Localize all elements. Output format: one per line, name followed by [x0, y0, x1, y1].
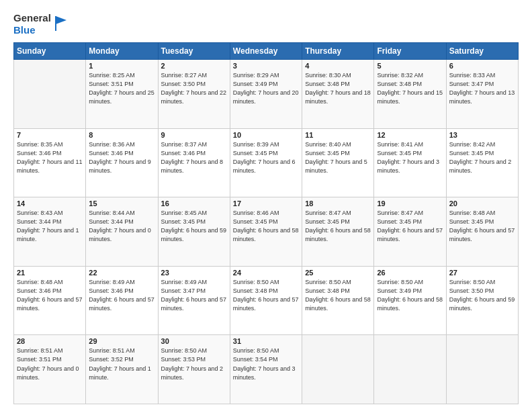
day-info: Sunrise: 8:33 AM Sunset: 3:47 PM Dayligh…: [449, 71, 515, 106]
calendar-cell: 14 Sunrise: 8:43 AM Sunset: 3:44 PM Dayl…: [14, 197, 86, 267]
day-number: 31: [233, 337, 299, 345]
day-info: Sunrise: 8:51 AM Sunset: 3:52 PM Dayligh…: [89, 347, 154, 381]
day-number: 12: [377, 131, 443, 139]
day-number: 16: [161, 199, 227, 208]
calendar-cell: [446, 335, 518, 404]
day-info: Sunrise: 8:37 AM Sunset: 3:46 PM Dayligh…: [161, 140, 227, 175]
logo: General Blue: [13, 12, 68, 36]
day-number: 5: [377, 62, 443, 70]
calendar-day-header: Saturday: [446, 43, 518, 60]
day-number: 20: [449, 199, 515, 208]
day-info: Sunrise: 8:49 AM Sunset: 3:47 PM Dayligh…: [161, 278, 227, 313]
calendar-cell: [374, 335, 446, 404]
calendar-cell: [14, 60, 86, 129]
calendar-cell: 6 Sunrise: 8:33 AM Sunset: 3:47 PM Dayli…: [446, 60, 518, 129]
day-info: Sunrise: 8:39 AM Sunset: 3:45 PM Dayligh…: [233, 140, 299, 175]
calendar-cell: 5 Sunrise: 8:32 AM Sunset: 3:48 PM Dayli…: [374, 60, 446, 129]
day-info: Sunrise: 8:25 AM Sunset: 3:51 PM Dayligh…: [89, 71, 154, 106]
day-info: Sunrise: 8:29 AM Sunset: 3:49 PM Dayligh…: [233, 71, 299, 106]
calendar-cell: 27 Sunrise: 8:50 AM Sunset: 3:50 PM Dayl…: [446, 266, 518, 335]
day-info: Sunrise: 8:45 AM Sunset: 3:45 PM Dayligh…: [161, 209, 227, 244]
calendar-cell: 4 Sunrise: 8:30 AM Sunset: 3:48 PM Dayli…: [302, 60, 374, 129]
day-number: 17: [233, 199, 299, 208]
day-info: Sunrise: 8:36 AM Sunset: 3:46 PM Dayligh…: [89, 140, 154, 175]
calendar-cell: 13 Sunrise: 8:42 AM Sunset: 3:45 PM Dayl…: [446, 128, 518, 197]
calendar-cell: 26 Sunrise: 8:50 AM Sunset: 3:49 PM Dayl…: [374, 266, 446, 335]
calendar-cell: 24 Sunrise: 8:50 AM Sunset: 3:48 PM Dayl…: [230, 266, 302, 335]
day-info: Sunrise: 8:50 AM Sunset: 3:54 PM Dayligh…: [233, 347, 299, 381]
logo-flag-icon: [53, 13, 68, 32]
day-number: 30: [161, 337, 227, 345]
day-info: Sunrise: 8:49 AM Sunset: 3:46 PM Dayligh…: [89, 278, 154, 313]
day-info: Sunrise: 8:40 AM Sunset: 3:45 PM Dayligh…: [305, 140, 371, 175]
day-number: 15: [89, 199, 154, 208]
calendar-cell: 28 Sunrise: 8:51 AM Sunset: 3:51 PM Dayl…: [14, 335, 86, 404]
calendar-cell: 22 Sunrise: 8:49 AM Sunset: 3:46 PM Dayl…: [86, 266, 158, 335]
calendar-cell: 31 Sunrise: 8:50 AM Sunset: 3:54 PM Dayl…: [230, 335, 302, 404]
day-number: 28: [17, 337, 83, 345]
calendar-cell: 29 Sunrise: 8:51 AM Sunset: 3:52 PM Dayl…: [86, 335, 158, 404]
day-number: 29: [89, 337, 154, 345]
calendar-day-header: Friday: [374, 43, 446, 60]
calendar-week-row: 28 Sunrise: 8:51 AM Sunset: 3:51 PM Dayl…: [14, 335, 519, 404]
calendar-cell: 2 Sunrise: 8:27 AM Sunset: 3:50 PM Dayli…: [158, 60, 230, 129]
day-number: 7: [17, 131, 83, 139]
day-number: 25: [305, 269, 371, 277]
day-info: Sunrise: 8:41 AM Sunset: 3:45 PM Dayligh…: [377, 140, 443, 175]
calendar-week-row: 1 Sunrise: 8:25 AM Sunset: 3:51 PM Dayli…: [14, 60, 519, 129]
calendar-cell: 17 Sunrise: 8:46 AM Sunset: 3:45 PM Dayl…: [230, 197, 302, 267]
calendar-cell: 21 Sunrise: 8:48 AM Sunset: 3:46 PM Dayl…: [14, 266, 86, 335]
day-info: Sunrise: 8:43 AM Sunset: 3:44 PM Dayligh…: [17, 209, 83, 244]
calendar-cell: 3 Sunrise: 8:29 AM Sunset: 3:49 PM Dayli…: [230, 60, 302, 129]
day-number: 1: [89, 62, 154, 70]
day-number: 13: [449, 131, 515, 139]
logo-brand: General Blue: [13, 12, 68, 36]
day-number: 19: [377, 199, 443, 208]
day-info: Sunrise: 8:50 AM Sunset: 3:48 PM Dayligh…: [305, 278, 371, 313]
day-info: Sunrise: 8:30 AM Sunset: 3:48 PM Dayligh…: [305, 71, 371, 106]
day-number: 22: [89, 269, 154, 277]
day-number: 6: [449, 62, 515, 70]
svg-marker-0: [56, 16, 66, 24]
calendar-header-row: SundayMondayTuesdayWednesdayThursdayFrid…: [14, 43, 519, 60]
day-number: 10: [233, 131, 299, 139]
day-number: 8: [89, 131, 154, 139]
calendar-cell: 25 Sunrise: 8:50 AM Sunset: 3:48 PM Dayl…: [302, 266, 374, 335]
calendar-cell: 15 Sunrise: 8:44 AM Sunset: 3:44 PM Dayl…: [86, 197, 158, 267]
calendar-cell: 10 Sunrise: 8:39 AM Sunset: 3:45 PM Dayl…: [230, 128, 302, 197]
day-number: 21: [17, 269, 83, 277]
svg-rect-1: [55, 16, 56, 31]
calendar-cell: 1 Sunrise: 8:25 AM Sunset: 3:51 PM Dayli…: [86, 60, 158, 129]
calendar-day-header: Thursday: [302, 43, 374, 60]
day-number: 9: [161, 131, 227, 139]
calendar-day-header: Wednesday: [230, 43, 302, 60]
day-info: Sunrise: 8:50 AM Sunset: 3:48 PM Dayligh…: [233, 278, 299, 313]
calendar-cell: 12 Sunrise: 8:41 AM Sunset: 3:45 PM Dayl…: [374, 128, 446, 197]
calendar-cell: 9 Sunrise: 8:37 AM Sunset: 3:46 PM Dayli…: [158, 128, 230, 197]
calendar-cell: [302, 335, 374, 404]
calendar-week-row: 7 Sunrise: 8:35 AM Sunset: 3:46 PM Dayli…: [14, 128, 519, 197]
calendar-cell: 19 Sunrise: 8:47 AM Sunset: 3:45 PM Dayl…: [374, 197, 446, 267]
day-info: Sunrise: 8:47 AM Sunset: 3:45 PM Dayligh…: [377, 209, 443, 244]
day-info: Sunrise: 8:50 AM Sunset: 3:50 PM Dayligh…: [449, 278, 515, 313]
calendar-week-row: 21 Sunrise: 8:48 AM Sunset: 3:46 PM Dayl…: [14, 266, 519, 335]
day-number: 23: [161, 269, 227, 277]
day-number: 27: [449, 269, 515, 277]
calendar-cell: 23 Sunrise: 8:49 AM Sunset: 3:47 PM Dayl…: [158, 266, 230, 335]
day-number: 4: [305, 62, 371, 70]
calendar-day-header: Monday: [86, 43, 158, 60]
header: General Blue: [13, 12, 519, 36]
day-info: Sunrise: 8:27 AM Sunset: 3:50 PM Dayligh…: [161, 71, 227, 106]
calendar-day-header: Sunday: [14, 43, 86, 60]
day-number: 2: [161, 62, 227, 70]
page: General Blue SundayMondayTuesdayWednesda…: [0, 0, 532, 411]
calendar-day-header: Tuesday: [158, 43, 230, 60]
day-number: 11: [305, 131, 371, 139]
day-info: Sunrise: 8:35 AM Sunset: 3:46 PM Dayligh…: [17, 140, 83, 175]
day-info: Sunrise: 8:51 AM Sunset: 3:51 PM Dayligh…: [17, 347, 83, 381]
day-info: Sunrise: 8:42 AM Sunset: 3:45 PM Dayligh…: [449, 140, 515, 175]
calendar-cell: 16 Sunrise: 8:45 AM Sunset: 3:45 PM Dayl…: [158, 197, 230, 267]
calendar-cell: 18 Sunrise: 8:47 AM Sunset: 3:45 PM Dayl…: [302, 197, 374, 267]
day-info: Sunrise: 8:46 AM Sunset: 3:45 PM Dayligh…: [233, 209, 299, 244]
calendar-week-row: 14 Sunrise: 8:43 AM Sunset: 3:44 PM Dayl…: [14, 197, 519, 267]
